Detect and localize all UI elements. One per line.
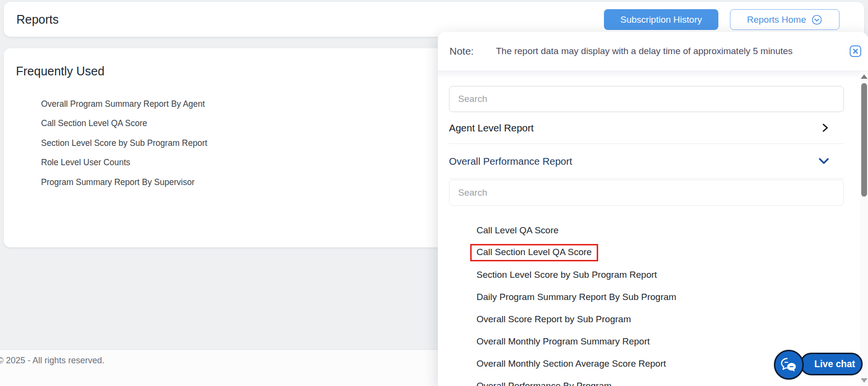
frequently-used-item[interactable]: Overall Program Summary Report By Agent <box>41 94 379 114</box>
note-message: The report data may display with a delay… <box>496 46 793 57</box>
report-item-label: Overall Performance By Program <box>476 381 612 386</box>
frequently-used-item[interactable]: Program Summary Report By Supervisor <box>41 172 379 192</box>
report-item[interactable]: Call Level QA Score <box>476 219 844 242</box>
highlight-box: Call Section Level QA Score <box>470 244 598 261</box>
reports-dropdown-panel: Note: The report data may display with a… <box>438 32 868 386</box>
report-item-label: Daily Program Summary Report By Sub Prog… <box>476 292 676 302</box>
group-label: Agent Level Report <box>449 122 534 134</box>
panel-scrollbar[interactable] <box>860 71 868 386</box>
note-label: Note: <box>449 45 474 57</box>
scroll-up-arrow-icon[interactable] <box>861 74 868 79</box>
report-item[interactable]: Overall Score Report by Sub Program <box>476 308 844 330</box>
note-banner: Note: The report data may display with a… <box>438 32 868 71</box>
circle-chevron-down-icon <box>811 14 823 26</box>
scroll-down-arrow-icon[interactable] <box>861 378 868 383</box>
frequently-used-item[interactable]: Section Level Score by Sub Program Repor… <box>41 133 379 153</box>
reports-home-button[interactable]: Reports Home <box>730 9 840 30</box>
scrollbar-thumb[interactable] <box>861 83 867 197</box>
report-item-label: Call Level QA Score <box>476 225 559 236</box>
page-title: Reports <box>16 2 59 37</box>
subscription-history-button[interactable]: Subscription History <box>604 9 718 30</box>
close-icon[interactable] <box>850 45 861 57</box>
report-item-label: Overall Monthly Section Average Score Re… <box>476 358 666 369</box>
x-glyph <box>852 48 859 55</box>
report-item-label: Overall Monthly Program Summary Report <box>476 336 650 347</box>
report-item-label: Overall Score Report by Sub Program <box>476 314 631 325</box>
frequently-used-item[interactable]: Role Level User Counts <box>41 153 379 173</box>
report-picker: Agent Level Report Overall Performance R… <box>449 86 844 386</box>
copyright-text: © 2025 - All rights reserved. <box>0 356 104 366</box>
report-item-label: Section Level Score by Sub Program Repor… <box>476 270 657 280</box>
chevron-right-icon <box>821 123 829 133</box>
reports-home-label: Reports Home <box>747 14 806 25</box>
group-label: Overall Performance Report <box>449 156 572 167</box>
chat-bubbles-icon <box>774 350 804 380</box>
chevron-down-icon <box>818 157 829 165</box>
live-chat-label: Live chat <box>814 358 855 370</box>
report-item-highlighted[interactable]: Call Section Level QA Score <box>476 242 844 264</box>
sub-search-input[interactable] <box>449 180 844 206</box>
frequently-used-item[interactable]: Call Section Level QA Score <box>41 114 379 134</box>
reports-page: Reports Subscription History Reports Hom… <box>0 0 868 386</box>
frequently-used-list: Overall Program Summary Report By Agent … <box>41 94 379 192</box>
frequently-used-title: Frequently Used <box>16 64 104 78</box>
group-agent-level-report[interactable]: Agent Level Report <box>449 112 844 144</box>
note-divider <box>438 71 868 77</box>
search-input[interactable] <box>449 86 844 112</box>
group-overall-performance-report[interactable]: Overall Performance Report <box>449 144 844 179</box>
report-item[interactable]: Section Level Score by Sub Program Repor… <box>476 264 844 286</box>
report-item[interactable]: Daily Program Summary Report By Sub Prog… <box>476 286 844 308</box>
